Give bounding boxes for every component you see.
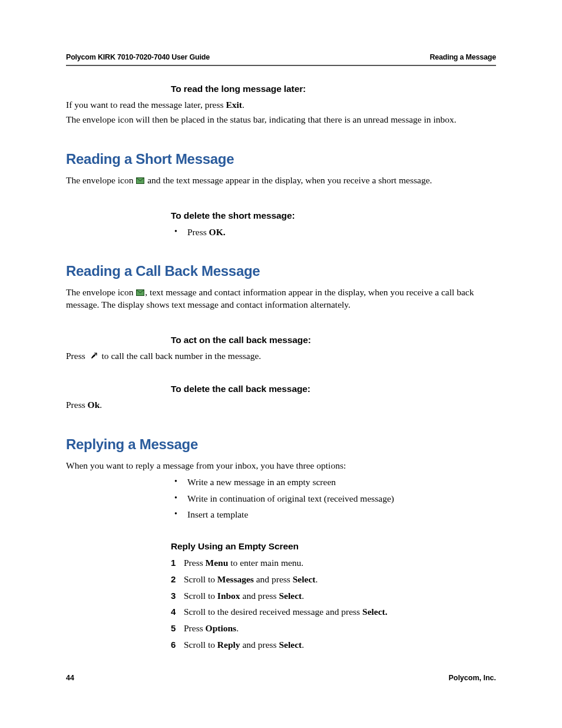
list-item: •Insert a template [171,508,496,521]
footer-company: Polycom, Inc. [448,674,496,682]
page-number: 44 [66,674,74,682]
page-container: Polycom KIRK 7010-7020-7040 User Guide R… [0,0,562,728]
paragraph: If you want to read the message later, p… [66,99,496,111]
paragraph: The envelope icon will then be placed in… [66,114,496,126]
list-item: 6Scroll to Reply and press Select. [171,638,496,651]
footer: 44 Polycom, Inc. [66,674,496,682]
bullet-icon: • [171,492,187,504]
list-item: •Write a new message in an empty screen [171,476,496,489]
section-heading-reading-callback: Reading a Call Back Message [66,263,496,279]
subheading-act-callback: To act on the call back message: [171,335,496,345]
list-item: 3Scroll to Inbox and press Select. [171,589,496,602]
paragraph: The envelope icon , text message and con… [66,286,496,311]
list-item: • Press OK. [171,226,496,239]
content: To read the long message later: If you w… [66,84,496,651]
header-left: Polycom KIRK 7010-7020-7040 User Guide [66,53,210,61]
subheading-delete-callback: To delete the call back message: [171,384,496,394]
bullet-icon: • [171,476,187,487]
subheading-reply-empty: Reply Using an Empty Screen [171,541,496,552]
bullet-icon: • [171,508,187,520]
list-item: 1Press Menu to enter main menu. [171,556,496,569]
paragraph: Press Ok. [66,399,496,411]
call-icon [90,351,98,360]
list-item: •Write in continuation of original text … [171,492,496,505]
bullet-list: • Press OK. [171,226,496,239]
section-heading-reading-short: Reading a Short Message [66,151,496,167]
envelope-icon [136,175,144,182]
running-header: Polycom KIRK 7010-7020-7040 User Guide R… [66,53,496,66]
subheading-read-later: To read the long message later: [171,84,496,94]
paragraph: When you want to reply a message from yo… [66,460,496,472]
bullet-icon: • [171,226,187,238]
section-heading-replying: Replying a Message [66,436,496,453]
ordered-list: 1Press Menu to enter main menu. 2Scroll … [171,556,496,651]
header-right: Reading a Message [429,53,496,61]
paragraph: Press to call the call back number in th… [66,350,496,363]
subheading-delete-short: To delete the short message: [171,210,496,221]
envelope-icon [136,287,144,294]
bullet-list: •Write a new message in an empty screen … [171,476,496,521]
list-item: 4Scroll to the desired received message … [171,605,496,618]
list-item: 5Press Options. [171,622,496,635]
list-item: 2Scroll to Messages and press Select. [171,573,496,586]
paragraph: The envelope icon and the text message a… [66,174,496,187]
